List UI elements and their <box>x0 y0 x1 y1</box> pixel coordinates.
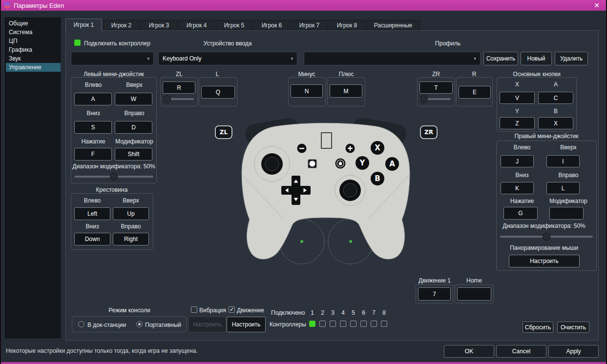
zr-bind[interactable]: T <box>419 81 453 94</box>
emulated-controller-dropdown[interactable]: ▾ <box>71 52 154 65</box>
l-bind[interactable]: Q <box>201 86 235 99</box>
right-stick-press-bind[interactable]: G <box>503 207 538 220</box>
dpad-right-bind[interactable]: Right <box>113 233 149 245</box>
zl-bind[interactable]: R <box>163 81 195 94</box>
tab-player1[interactable]: Игрок 1 <box>65 19 102 31</box>
plus-bind[interactable]: M <box>330 84 362 98</box>
connect-controller-label: Подключить контроллер <box>84 40 150 47</box>
sidebar-item-graphics[interactable]: Графика <box>6 45 61 54</box>
connect-controller-checkbox[interactable] <box>74 40 81 46</box>
a-button-letter: A <box>389 160 395 168</box>
controller-1-checkbox[interactable] <box>309 321 315 327</box>
sidebar-item-audio[interactable]: Звук <box>6 54 61 63</box>
dpad-left-label: Влево <box>75 197 109 204</box>
plus-glyph-v <box>350 146 351 151</box>
slider-handle[interactable] <box>543 233 550 241</box>
minus-label: Минус <box>290 71 324 78</box>
right-stick-up-label: Вверх <box>551 144 586 151</box>
controller-number-4: 4 <box>338 309 348 316</box>
sidebar-item-system[interactable]: Система <box>6 28 61 37</box>
r-bind[interactable]: E <box>459 86 491 99</box>
dpad-left-bind[interactable]: Left <box>74 207 110 220</box>
docked-label: В док-станции <box>87 322 126 328</box>
home-bind[interactable] <box>457 287 491 301</box>
reset-button[interactable]: Сбросить <box>523 322 553 333</box>
dpad-title: Крестовина <box>78 186 146 193</box>
controller-3-checkbox[interactable] <box>330 321 336 327</box>
dpad-down-bind[interactable]: Down <box>74 233 110 245</box>
controller-4-checkbox[interactable] <box>340 321 346 327</box>
left-stick-left-bind[interactable]: A <box>74 93 112 105</box>
slider-handle[interactable] <box>163 95 171 103</box>
tab-advanced[interactable]: Расширенные <box>366 20 420 30</box>
controller-6-checkbox[interactable] <box>360 321 367 327</box>
profile-new-button[interactable]: Новый <box>521 52 552 65</box>
ok-button[interactable]: OK <box>444 345 494 358</box>
apply-button[interactable]: Apply <box>548 345 599 358</box>
sidebar-item-controls[interactable]: Управление <box>6 63 61 72</box>
chevron-down-icon: ▾ <box>474 56 476 61</box>
controller-5-checkbox[interactable] <box>350 321 356 327</box>
tab-player3[interactable]: Игрок 3 <box>141 20 177 30</box>
left-stick-right-bind[interactable]: D <box>115 121 152 134</box>
dpad-up-bind[interactable]: Up <box>113 207 149 220</box>
console-mode-title: Режим консоли <box>95 307 164 314</box>
face-y-bind[interactable]: Z <box>500 117 535 129</box>
home-label: Home <box>457 277 491 284</box>
mouse-pan-configure-button[interactable]: Настроить <box>509 255 580 267</box>
titlebar[interactable]: Параметры Eden ✕ <box>1 0 607 11</box>
motion1-bind[interactable]: 7 <box>418 287 451 301</box>
controller-2-checkbox[interactable] <box>319 321 326 327</box>
minus-glyph <box>299 148 304 149</box>
docked-radio[interactable] <box>78 321 84 327</box>
tab-player7[interactable]: Игрок 7 <box>291 20 328 30</box>
left-stick-title: Левый мини-джойстик <box>70 71 158 78</box>
right-stick-mod-bind[interactable] <box>549 207 584 220</box>
tab-player6[interactable]: Игрок 6 <box>253 20 290 30</box>
profile-dropdown[interactable]: ▾ <box>304 52 481 65</box>
slider-handle[interactable] <box>110 173 118 181</box>
handheld-radio[interactable] <box>136 321 143 327</box>
controller-8-checkbox[interactable] <box>381 321 387 327</box>
vibration-checkbox[interactable] <box>191 306 197 313</box>
minus-bind[interactable]: N <box>291 84 323 98</box>
controller-number-7: 7 <box>369 309 379 316</box>
clear-button[interactable]: Очистить <box>557 322 589 333</box>
face-x-bind[interactable]: V <box>500 92 535 104</box>
sidebar-item-general[interactable]: Общие <box>6 19 61 28</box>
tab-player4[interactable]: Игрок 4 <box>178 20 215 30</box>
slider-handle[interactable] <box>420 95 428 103</box>
motion-label: Движение <box>237 307 264 314</box>
b-button-letter: B <box>375 174 380 183</box>
input-device-dropdown[interactable]: Keyboard Only ▾ <box>158 52 297 65</box>
left-motion-dot <box>300 240 303 243</box>
right-stick-up-bind[interactable]: I <box>546 155 580 167</box>
vibration-configure-button[interactable]: Настроить <box>188 317 226 332</box>
profile-save-button[interactable]: Сохранить <box>483 52 518 65</box>
input-device-value: Keyboard Only <box>163 55 201 62</box>
connected-label: Подключено <box>271 309 305 316</box>
face-a-bind[interactable]: C <box>538 92 573 104</box>
sidebar-item-cpu[interactable]: ЦП <box>6 37 61 45</box>
cancel-button[interactable]: Cancel <box>496 345 546 358</box>
profile-label: Профиль <box>428 40 467 47</box>
profile-delete-button[interactable]: Удалить <box>555 52 588 65</box>
status-message: Некоторые настройки доступны только тогд… <box>6 347 198 354</box>
controller-7-checkbox[interactable] <box>371 321 377 327</box>
motion-checkbox[interactable]: ✓ <box>229 306 235 313</box>
motion-configure-button[interactable]: Настроить <box>227 317 266 332</box>
close-icon[interactable]: ✕ <box>590 0 603 11</box>
right-stick-right-bind[interactable]: L <box>546 182 580 194</box>
left-stick-down-bind[interactable]: S <box>74 121 112 134</box>
right-stick-down-bind[interactable]: K <box>501 182 534 194</box>
left-stick-up-bind[interactable]: W <box>115 93 152 105</box>
tab-player8[interactable]: Игрок 8 <box>329 20 365 30</box>
tab-player5[interactable]: Игрок 5 <box>216 20 252 30</box>
right-stick-left-bind[interactable]: J <box>501 155 534 167</box>
left-stick-mod-bind[interactable]: Shift <box>115 148 152 161</box>
dpad-down-label: Вниз <box>75 223 109 230</box>
left-stick-press-bind[interactable]: F <box>74 148 112 161</box>
tab-player2[interactable]: Игрок 2 <box>103 20 140 30</box>
controller-number-5: 5 <box>348 309 358 316</box>
face-b-bind[interactable]: X <box>538 117 573 129</box>
